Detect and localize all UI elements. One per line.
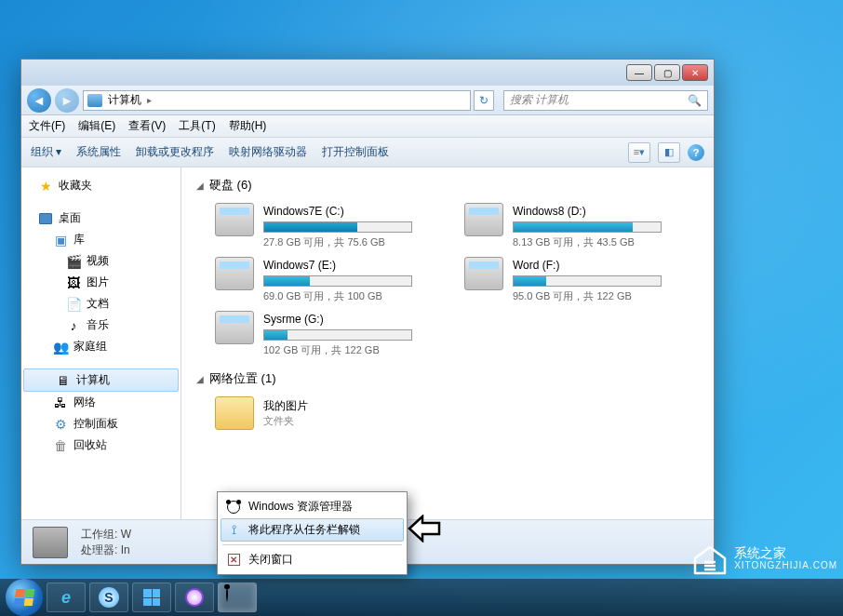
homegroup-icon: 👥 [53, 340, 68, 355]
sidebar-pictures[interactable]: 🖼 图片 [21, 272, 181, 293]
drive-icon [464, 257, 503, 290]
section-drives-header[interactable]: ◢ 硬盘 (6) [196, 177, 699, 194]
document-icon: 📄 [66, 297, 81, 312]
drive-icon [464, 203, 503, 236]
maximize-button[interactable]: ▢ [654, 64, 680, 81]
back-button[interactable]: ◄ [27, 88, 51, 113]
computer-icon: 🖥 [56, 373, 71, 388]
drive-c[interactable]: Windows7E (C:) 27.8 GB 可用，共 75.6 GB [215, 203, 449, 249]
sidebar-desktop[interactable]: 桌面 [21, 208, 181, 229]
view-options-button[interactable]: ≡▾ [628, 142, 650, 163]
sidebar-controlpanel[interactable]: ⚙ 控制面板 [21, 413, 181, 435]
system-properties-button[interactable]: 系统属性 [76, 144, 121, 160]
watermark: 系统之家 XITONGZHIJIA.COM [691, 542, 837, 575]
menu-help[interactable]: 帮助(H) [229, 118, 267, 134]
drive-icon [215, 311, 254, 344]
music-icon: ♪ [66, 318, 81, 333]
sidebar-documents[interactable]: 📄 文档 [21, 293, 181, 315]
context-close-window[interactable]: ✕ 关闭窗口 [221, 548, 404, 571]
panda-icon [226, 586, 248, 609]
computer-large-icon [33, 527, 68, 558]
toolbar: 组织 ▾ 系统属性 卸载或更改程序 映射网络驱动器 打开控制面板 ≡▾ ◧ ? [21, 138, 714, 167]
organize-button[interactable]: 组织 ▾ [31, 144, 61, 160]
drive-d[interactable]: Windows8 (D:) 8.13 GB 可用，共 43.5 GB [464, 203, 699, 249]
explorer-window: — ▢ ✕ ◄ ► 计算机 ▸ ↻ 搜索 计算机 🔍 文件(F) 编辑(E) 查… [20, 59, 715, 565]
context-open-explorer[interactable]: Windows 资源管理器 [221, 495, 404, 518]
help-button[interactable]: ? [688, 144, 704, 161]
sogou-icon: S [99, 587, 119, 608]
desktop-icon [38, 211, 53, 226]
breadcrumb-text: 计算机 [108, 92, 141, 108]
sidebar-libraries[interactable]: ▣ 库 [21, 229, 181, 250]
menu-separator [222, 544, 402, 545]
antivirus-icon [185, 588, 204, 607]
taskbar-app1[interactable] [132, 583, 171, 612]
open-controlpanel-button[interactable]: 打开控制面板 [322, 144, 389, 160]
drive-icon [215, 257, 254, 290]
drives-grid: Windows7E (C:) 27.8 GB 可用，共 75.6 GB Wind… [215, 203, 699, 357]
taskbar-ie[interactable]: e [47, 583, 86, 612]
sidebar-homegroup[interactable]: 👥 家庭组 [21, 336, 181, 357]
sidebar-videos[interactable]: 🎬 视频 [21, 250, 181, 272]
ie-icon: e [61, 588, 71, 608]
panda-icon [226, 500, 241, 515]
breadcrumb[interactable]: 计算机 ▸ [83, 90, 471, 111]
grid-icon [143, 589, 160, 606]
close-button[interactable]: ✕ [682, 64, 708, 81]
forward-button[interactable]: ► [55, 88, 79, 113]
search-icon: 🔍 [688, 94, 702, 107]
section-network-header[interactable]: ◢ 网络位置 (1) [196, 370, 699, 387]
menu-edit[interactable]: 编辑(E) [78, 118, 115, 134]
taskbar: e S [0, 579, 843, 616]
close-icon: ✕ [226, 553, 241, 568]
collapse-icon: ◢ [196, 181, 204, 191]
search-input[interactable]: 搜索 计算机 🔍 [503, 90, 708, 111]
status-workgroup: 工作组: W [81, 527, 131, 542]
collapse-icon: ◢ [196, 374, 204, 384]
taskbar-sogou[interactable]: S [89, 583, 128, 612]
menu-file[interactable]: 文件(F) [29, 118, 65, 134]
breadcrumb-arrow-icon: ▸ [147, 95, 152, 105]
library-icon: ▣ [53, 233, 68, 248]
star-icon: ★ [38, 179, 53, 194]
drive-icon [215, 203, 254, 236]
map-drive-button[interactable]: 映射网络驱动器 [229, 144, 307, 160]
taskbar-av[interactable] [175, 583, 214, 612]
watermark-sub: XITONGZHIJIA.COM [734, 560, 837, 571]
sidebar-music[interactable]: ♪ 音乐 [21, 315, 181, 336]
status-processor: 处理器: In [81, 542, 131, 558]
menu-tools[interactable]: 工具(T) [179, 118, 215, 134]
windows-logo-icon [14, 589, 35, 606]
sidebar-network[interactable]: 🖧 网络 [21, 392, 181, 413]
menu-view[interactable]: 查看(V) [128, 118, 166, 134]
uninstall-button[interactable]: 卸载或更改程序 [136, 144, 214, 160]
network-icon: 🖧 [53, 395, 68, 410]
search-placeholder: 搜索 计算机 [510, 92, 569, 108]
picture-icon: 🖼 [66, 275, 81, 290]
navigation-pane: ★ 收藏夹 桌面 ▣ 库 🎬 视频 🖼 图片 📄 文档 [21, 167, 181, 519]
window-titlebar: — ▢ ✕ [21, 60, 714, 86]
watermark-title: 系统之家 [734, 545, 837, 561]
network-folder[interactable]: 我的图片 文件夹 [215, 396, 699, 430]
drive-f[interactable]: Word (F:) 95.0 GB 可用，共 122 GB [464, 257, 699, 303]
menu-bar: 文件(F) 编辑(E) 查看(V) 工具(T) 帮助(H) [21, 115, 714, 138]
sidebar-computer[interactable]: 🖥 计算机 [23, 368, 179, 392]
content-area: ★ 收藏夹 桌面 ▣ 库 🎬 视频 🖼 图片 📄 文档 [21, 167, 714, 519]
sidebar-favorites[interactable]: ★ 收藏夹 [21, 175, 181, 196]
navigation-bar: ◄ ► 计算机 ▸ ↻ 搜索 计算机 🔍 [21, 86, 714, 115]
refresh-button[interactable]: ↻ [474, 90, 494, 111]
taskbar-panda[interactable] [218, 583, 257, 612]
minimize-button[interactable]: — [626, 64, 652, 81]
computer-icon [87, 94, 102, 107]
controlpanel-icon: ⚙ [53, 417, 68, 432]
drive-g[interactable]: Sysrme (G:) 102 GB 可用，共 122 GB [215, 311, 449, 357]
sidebar-recyclebin[interactable]: 🗑 回收站 [21, 435, 181, 456]
recyclebin-icon: 🗑 [53, 438, 68, 453]
drive-e[interactable]: Windows7 (E:) 69.0 GB 可用，共 100 GB [215, 257, 449, 303]
start-button[interactable] [6, 579, 43, 616]
taskbar-context-menu: Windows 资源管理器 ⟟ 将此程序从任务栏解锁 ✕ 关闭窗口 [217, 491, 408, 575]
annotation-arrow-icon [408, 515, 441, 542]
video-icon: 🎬 [66, 254, 81, 269]
preview-pane-button[interactable]: ◧ [658, 142, 680, 163]
context-unpin-taskbar[interactable]: ⟟ 将此程序从任务栏解锁 [221, 518, 404, 542]
